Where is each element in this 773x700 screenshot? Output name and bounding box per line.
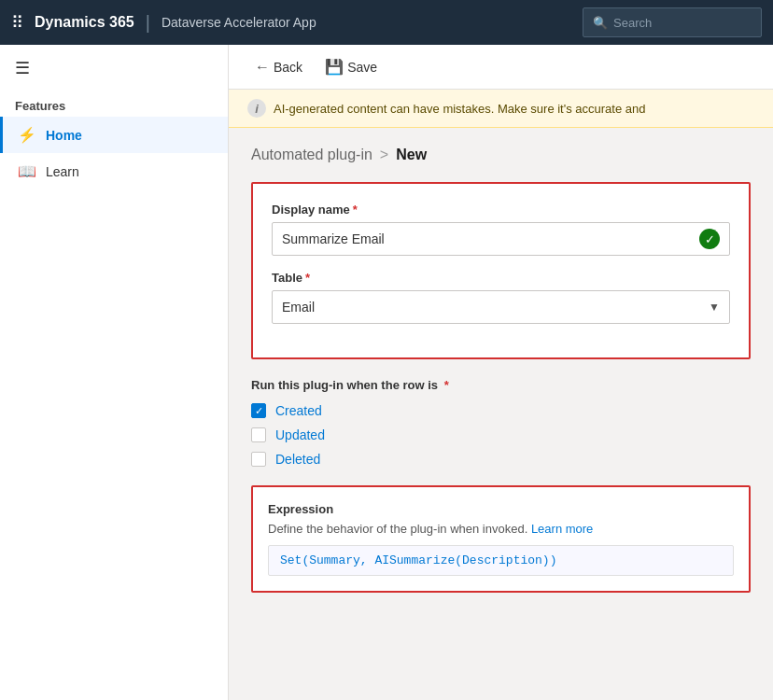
expression-desc: Define the behavior of the plug-in when …: [268, 522, 734, 536]
form-card: Display name * ✓ Table * Email: [251, 182, 751, 359]
checkbox-created-box[interactable]: ✓: [251, 403, 266, 418]
expression-code[interactable]: Set(Summary, AISummarize(Description)): [268, 545, 734, 576]
search-bar[interactable]: 🔍 Search: [583, 7, 762, 37]
table-required: *: [305, 271, 310, 285]
table-select[interactable]: Email ▼: [272, 290, 730, 324]
warning-text: AI-generated content can have mistakes. …: [274, 102, 645, 116]
display-name-input-wrapper: ✓: [272, 222, 730, 256]
learn-icon: 📖: [18, 162, 36, 180]
save-label: Save: [347, 60, 377, 75]
warning-banner: i AI-generated content can have mistakes…: [229, 90, 773, 128]
sidebar-item-learn-label: Learn: [46, 164, 79, 179]
display-name-field: Display name * ✓: [272, 203, 730, 256]
search-placeholder: Search: [613, 16, 652, 30]
sidebar: ☰ Features ⚡ Home 📖 Learn: [0, 45, 229, 700]
info-icon: i: [247, 99, 266, 118]
display-name-label: Display name *: [272, 203, 730, 217]
table-label: Table *: [272, 271, 730, 285]
checkbox-created-checkmark: ✓: [255, 405, 263, 417]
grid-icon[interactable]: ⠿: [11, 12, 23, 33]
save-icon: 💾: [325, 58, 344, 76]
sidebar-section-label: Features: [0, 91, 228, 117]
back-label: Back: [274, 60, 302, 75]
checkbox-updated[interactable]: Updated: [251, 427, 751, 442]
top-nav: ⠿ Dynamics 365 | Dataverse Accelerator A…: [0, 0, 773, 45]
checkbox-created-label: Created: [275, 403, 322, 418]
chevron-down-icon: ▼: [709, 301, 720, 314]
expression-learn-more-link[interactable]: Learn more: [531, 522, 593, 536]
checkbox-group: ✓ Created Updated Deleted: [251, 403, 751, 467]
sidebar-item-learn[interactable]: 📖 Learn: [0, 153, 228, 189]
checkbox-created[interactable]: ✓ Created: [251, 403, 751, 418]
app-subtitle: Dataverse Accelerator App: [162, 15, 583, 30]
content-area: ← Back 💾 Save i AI-generated content can…: [229, 45, 773, 700]
table-select-value: Email: [282, 300, 709, 315]
hamburger-menu[interactable]: ☰: [0, 45, 228, 91]
table-field: Table * Email ▼: [272, 271, 730, 324]
display-name-input[interactable]: [282, 231, 699, 246]
breadcrumb: Automated plug-in > New: [251, 147, 751, 163]
breadcrumb-current: New: [396, 147, 427, 163]
search-icon: 🔍: [593, 16, 608, 30]
breadcrumb-parent: Automated plug-in: [251, 147, 372, 163]
display-name-required: *: [353, 203, 358, 217]
page-content: Automated plug-in > New Display name * ✓: [229, 128, 773, 700]
run-when-section: Run this plug-in when the row is * ✓ Cre…: [251, 378, 751, 467]
checkbox-updated-box[interactable]: [251, 427, 266, 442]
checkbox-updated-label: Updated: [275, 427, 325, 442]
back-button[interactable]: ← Back: [247, 55, 310, 79]
back-icon: ←: [255, 59, 270, 76]
expression-title: Expression: [268, 502, 734, 516]
app-title: Dynamics 365: [35, 14, 134, 31]
expression-card: Expression Define the behavior of the pl…: [251, 485, 751, 593]
breadcrumb-separator: >: [380, 147, 388, 163]
save-button[interactable]: 💾 Save: [317, 54, 385, 79]
home-icon: ⚡: [18, 126, 36, 144]
main-layout: ☰ Features ⚡ Home 📖 Learn ← Back 💾 Save …: [0, 45, 773, 700]
valid-checkmark-icon: ✓: [699, 229, 720, 249]
toolbar: ← Back 💾 Save: [229, 45, 773, 90]
run-when-required: *: [444, 378, 449, 392]
checkbox-deleted[interactable]: Deleted: [251, 452, 751, 467]
sidebar-item-home[interactable]: ⚡ Home: [0, 117, 228, 153]
nav-divider: |: [146, 12, 150, 34]
run-when-label: Run this plug-in when the row is *: [251, 378, 751, 392]
checkbox-deleted-label: Deleted: [275, 452, 320, 467]
checkbox-deleted-box[interactable]: [251, 452, 266, 467]
sidebar-item-home-label: Home: [46, 128, 82, 143]
